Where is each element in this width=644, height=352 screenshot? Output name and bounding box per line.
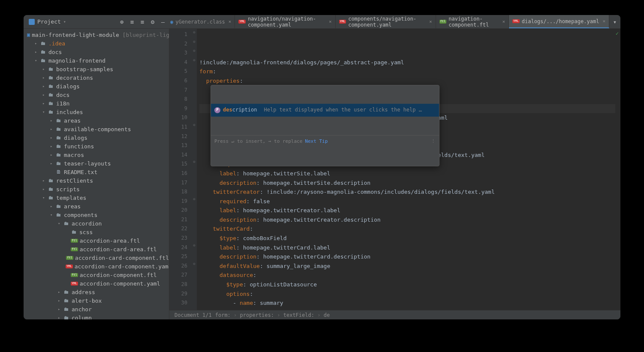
code-line[interactable]: !include:/magnolia-frontend/dialogs/page… [199,58,615,67]
close-icon[interactable]: × [229,19,232,24]
tree-toggle[interactable]: ▸ [42,178,48,183]
tree-item[interactable]: ▸🖿address [24,288,169,296]
tree-item[interactable]: ▸🖿i18n [24,99,169,108]
tree-item[interactable]: ▸🖿alert-box [24,296,169,305]
tree-item[interactable]: ▸🖿docs [24,90,169,99]
tree-item[interactable]: ▸🖿areas [24,116,169,125]
project-tool-window-header[interactable]: Project ▾ ⊕ ≡ ≡ ⚙ — [24,18,169,25]
code-line[interactable]: description: homepage.twitterSite.descri… [199,178,615,188]
hide-icon[interactable]: — [160,19,166,25]
close-icon[interactable]: × [429,19,432,24]
tree-item[interactable]: ▸🖿scripts [24,185,169,193]
code-line[interactable]: value: summary [199,308,615,310]
line-number-gutter[interactable]: 1234567891011121314151617181920212223242… [169,29,192,310]
tree-item[interactable]: ▾🖿accordion [24,219,169,228]
tree-toggle[interactable]: ▸ [42,101,48,105]
code-line[interactable]: $type: comboBoxField [199,234,615,243]
code-line[interactable]: description: homepage.twitterCreator.des… [199,215,615,225]
code-area[interactable]: 1234567891011121314151617181920212223242… [169,29,620,310]
tree-toggle[interactable]: ▸ [50,204,55,208]
code-line[interactable]: twitterCard: [199,224,615,234]
tree-item[interactable]: ▾🖿components [24,211,169,219]
tree-item[interactable]: ▸🖿dialogs [24,82,169,90]
tree-item[interactable]: ▸🖿macros [24,150,169,159]
tree-item[interactable]: 🗎README.txt [24,168,169,176]
breadcrumb-item[interactable]: properties: [240,312,274,318]
code-line[interactable]: form: [199,67,615,76]
tree-toggle[interactable]: ▸ [35,41,40,45]
breadcrumb-path[interactable]: form: › properties: › textField: › de [215,312,330,318]
code-line[interactable]: $type: optionListDatasource [199,280,615,289]
tree-item[interactable]: ▸🖿areas [24,202,169,211]
close-icon[interactable]: × [329,19,332,24]
code-line[interactable]: twitterCreator: !include:/raysono-magnol… [199,187,615,197]
editor-tab[interactable]: YMLcomponents/navigation-component.yaml× [336,15,436,28]
tree-toggle[interactable]: ▸ [50,161,55,165]
breadcrumb-item[interactable]: textField: [283,312,314,318]
tree-item[interactable]: 🖿scss [24,228,169,236]
tree-item[interactable]: ▾🖿templates [24,193,169,202]
tree-item[interactable]: ▸🖿bootstrap-samples [24,65,169,73]
tree-toggle[interactable]: ▸ [50,127,55,131]
expand-all-icon[interactable]: ≡ [129,19,135,25]
tree-item[interactable]: YMLaccordion-component.yaml [24,279,169,288]
code-line[interactable]: - name: summary [199,298,615,308]
locate-icon[interactable]: ⊕ [119,19,125,25]
tree-item[interactable]: ▸🖿docs [24,48,169,56]
tree-item[interactable]: ▸🖿functions [24,142,169,150]
tree-item[interactable]: ▸🖿.idea [24,39,169,48]
editor-tab[interactable]: YMLnavigation/navigation-component.yaml× [235,15,335,28]
tree-toggle[interactable]: ▸ [42,75,48,80]
code-line[interactable]: required: false [199,197,615,206]
tree-toggle[interactable]: ▸ [50,153,55,157]
collapse-all-icon[interactable]: ≡ [139,19,145,25]
tree-toggle[interactable]: ▸ [50,135,55,140]
close-icon[interactable]: × [502,19,505,24]
editor-tab[interactable]: ftlnavigation-component.ftl× [436,15,509,28]
code-line[interactable]: defaultValue: summary_large_image [199,262,615,271]
tree-item[interactable]: ▸🖿dialogs [24,133,169,142]
tree-item[interactable]: ▸🖿teaser-layouts [24,159,169,168]
tree-toggle[interactable]: ▸ [58,298,63,303]
tree-item[interactable]: ▣main-frontend-light-module [blueprint-l… [24,30,169,39]
tree-item[interactable]: YMLaccordion-card-component.yaml [24,262,169,271]
code-line[interactable]: label: homepage.twitterCreator.label [199,206,615,215]
tree-item[interactable]: ftlaccordion-card-area.ftl [24,245,169,253]
completion-popup[interactable]: P description Help text displayed when t… [211,85,439,166]
code-line[interactable]: label: homepage.twitterCard.label [199,243,615,253]
tree-item[interactable]: ▸🖿restClients [24,176,169,185]
tree-toggle[interactable]: ▾ [58,221,63,226]
code-line[interactable]: options: [199,289,615,299]
tree-toggle[interactable]: ▸ [58,290,63,294]
tree-item[interactable]: ▾🖿magnolia-frontend [24,56,169,65]
tree-toggle[interactable]: ▾ [50,213,55,217]
next-tip-link[interactable]: Next Tip [305,137,328,146]
tree-toggle[interactable]: ▸ [50,144,55,148]
tree-toggle[interactable]: ▸ [35,50,40,54]
close-icon[interactable]: × [602,18,605,24]
tree-toggle[interactable]: ▾ [35,58,40,63]
code-line[interactable]: label: homepage.twitterSite.label [199,169,615,178]
error-stripe[interactable] [615,29,620,310]
tree-item[interactable]: ▾🖿includes [24,108,169,116]
tree-item[interactable]: ▸🖿anchor [24,305,169,313]
tree-toggle[interactable]: ▸ [42,84,48,88]
tree-item[interactable]: ▸🖿available-components [24,125,169,133]
more-icon[interactable]: ⋮ [431,137,436,146]
tree-toggle[interactable]: ▸ [58,316,63,319]
tree-toggle[interactable]: ▸ [42,187,48,191]
tree-item[interactable]: ftlaccordion-area.ftl [24,236,169,245]
code-content[interactable]: P description Help text displayed when t… [197,29,615,310]
inspection-ok-icon[interactable]: ✓ [616,30,619,36]
tree-item[interactable]: ftlaccordion-component.ftl [24,271,169,279]
chevron-down-icon[interactable]: ▾ [63,19,66,24]
code-line[interactable]: datasource: [199,271,615,280]
tree-item[interactable]: ▸🖿column [24,313,169,319]
tree-toggle[interactable]: ▸ [42,67,48,71]
editor-tab[interactable]: ◉yGenerator.class× [169,15,235,28]
tree-item[interactable]: ▸🖿decorations [24,73,169,82]
project-tree[interactable]: ▣main-frontend-light-module [blueprint-l… [24,29,169,319]
breadcrumb-item[interactable]: form: [215,312,231,318]
gear-icon[interactable]: ⚙ [150,19,156,25]
completion-item[interactable]: P description Help text displayed when t… [211,104,439,117]
